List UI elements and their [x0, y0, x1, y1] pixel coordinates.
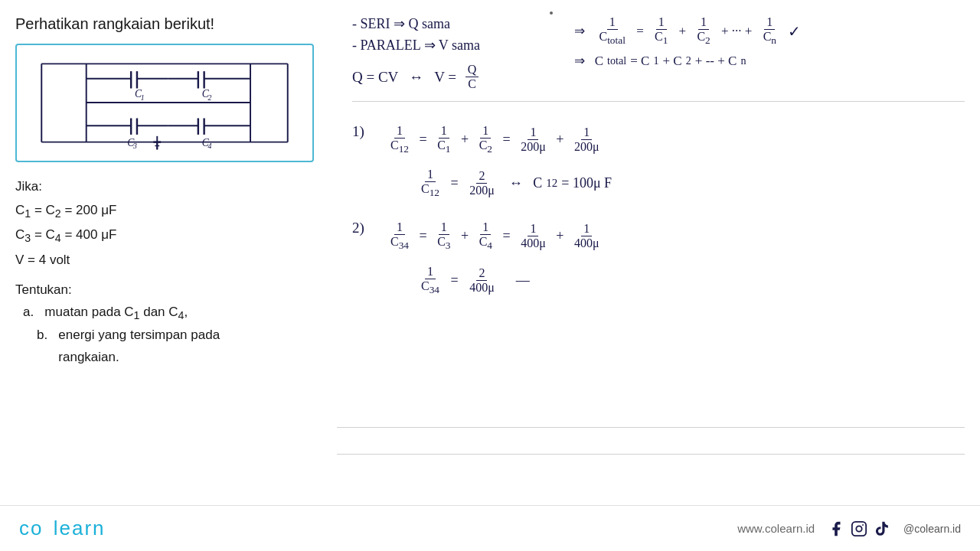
- left-panel: Perhatikan rangkaian berikut!: [15, 8, 337, 505]
- social-handle: @colearn.id: [903, 523, 961, 535]
- svg-text:3: 3: [132, 142, 137, 150]
- step2-eq1: 1C34 = 1C3 + 1C4 = 1400μ + 1400μ: [387, 220, 603, 252]
- given-section: Jika: C1 = C2 = 200 μF C3 = C4 = 400 μF …: [15, 176, 337, 272]
- divider-3: [337, 454, 965, 455]
- given-label: Jika:: [15, 176, 337, 198]
- given-c1c2: C1 = C2 = 200 μF: [15, 200, 337, 223]
- svg-rect-35: [852, 521, 866, 535]
- svg-point-37: [862, 524, 864, 526]
- find-item-b: b. energi yang tersimpan pada rangkaian.: [23, 324, 337, 369]
- instagram-icon: [850, 520, 868, 538]
- tiktok-icon: [873, 520, 891, 538]
- footer: co learn www.colearn.id: [0, 505, 980, 551]
- rules-block: - SERI ⇒ Q sama - PARALEL ⇒ V sama Q = C…: [352, 11, 559, 95]
- seri-rule: - SERI ⇒ Q sama: [352, 15, 559, 32]
- step1-eq2: 1C12 = 2200μ ↔ C12 = 100μ F: [417, 168, 612, 199]
- svg-text:4: 4: [208, 142, 212, 150]
- step2-eq2: 1C34 = 2400μ —: [417, 265, 603, 296]
- ctotal-block: ⇒ 1 Ctotal = 1 C1 + 1 C2: [574, 11, 965, 95]
- qc-fraction: Q C: [466, 63, 479, 91]
- top-formulas-row: - SERI ⇒ Q sama - PARALEL ⇒ V sama Q = C…: [352, 11, 965, 95]
- svg-text:1: 1: [141, 93, 145, 102]
- step1-number: 1): [352, 120, 379, 140]
- c2-frac: 1 C2: [694, 15, 712, 47]
- given-c3c4: C3 = C4 = 400 μF: [15, 224, 337, 247]
- facebook-icon: [827, 520, 845, 538]
- right-panel: - SERI ⇒ Q sama - PARALEL ⇒ V sama Q = C…: [337, 8, 965, 505]
- paralel-rule: - PARALEL ⇒ V sama: [352, 37, 559, 54]
- ctotal-seri-frac: 1 Ctotal: [597, 15, 628, 47]
- cursor: [550, 11, 553, 15]
- cn-frac: 1 Cn: [761, 15, 779, 47]
- footer-website: www.colearn.id: [737, 522, 815, 535]
- step1-equations: 1C12 = 1C1 + 1C2 = 1200μ + 1200μ 1C12: [387, 120, 612, 203]
- step1-eq1: 1C12 = 1C1 + 1C2 = 1200μ + 1200μ: [387, 124, 612, 155]
- svg-point-36: [856, 526, 861, 531]
- svg-text:2: 2: [208, 93, 212, 102]
- logo-learn: learn: [54, 517, 106, 540]
- footer-right: www.colearn.id: [737, 520, 961, 538]
- checkmark: ✓: [788, 22, 801, 41]
- step2-number: 2): [352, 217, 379, 236]
- step1-block: 1) 1C12 = 1C1 + 1C2 = 1200μ + 1200μ: [352, 120, 965, 203]
- step2-equations: 1C34 = 1C3 + 1C4 = 1400μ + 1400μ 1C34: [387, 217, 603, 299]
- divider-1: [352, 101, 965, 102]
- logo-co: co: [19, 517, 43, 540]
- qcv-formula: Q = CV ↔ V = Q C: [352, 63, 559, 91]
- circuit-diagram: C 1 C 2 C 3: [15, 44, 314, 162]
- find-item-a: a. muatan pada C1 dan C4,: [23, 302, 337, 324]
- main-content: Perhatikan rangkaian berikut!: [0, 0, 980, 505]
- problem-title: Perhatikan rangkaian berikut!: [15, 15, 337, 33]
- footer-logo: co learn: [19, 517, 106, 540]
- step2-block: 2) 1C34 = 1C3 + 1C4 = 1400μ + 1400μ: [352, 217, 965, 299]
- ctotal-paralel-line: ⇒ Ctotal = C1 + C2 + -- + Cn: [574, 53, 965, 69]
- c1-frac: 1 C1: [652, 15, 670, 47]
- divider-2: [337, 427, 965, 428]
- find-label: Tentukan:: [15, 279, 337, 302]
- social-icons: [827, 520, 891, 538]
- given-v: V = 4 volt: [15, 249, 337, 272]
- find-section: Tentukan: a. muatan pada C1 dan C4, b. e…: [15, 279, 337, 369]
- solution-section: 1) 1C12 = 1C1 + 1C2 = 1200μ + 1200μ: [352, 120, 965, 300]
- ctotal-seri-line: ⇒ 1 Ctotal = 1 C1 + 1 C2: [574, 15, 965, 47]
- bottom-dividers: [337, 422, 965, 459]
